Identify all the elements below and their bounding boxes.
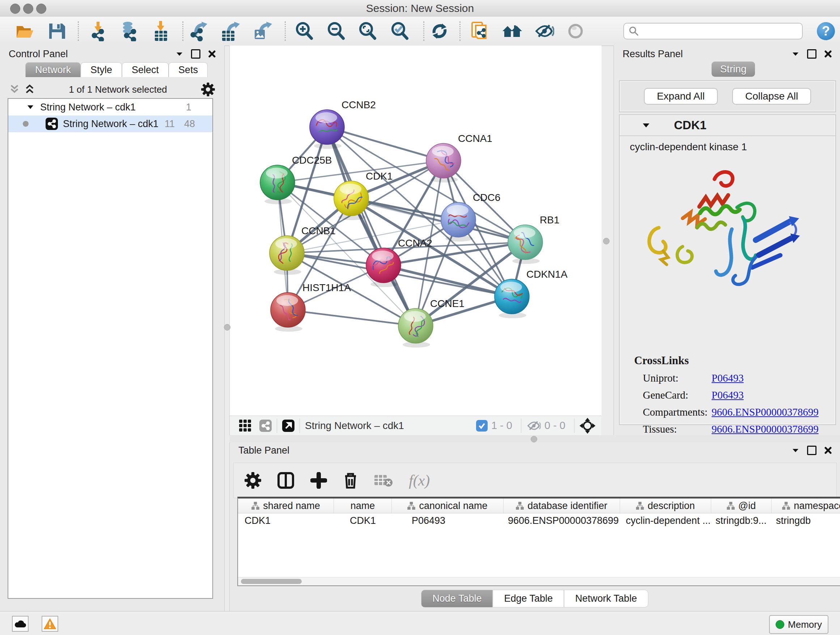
close-panel-icon[interactable] (824, 447, 832, 454)
panel-menu-icon[interactable] (792, 51, 799, 57)
network-node-label: CCNA1 (458, 133, 493, 144)
delete-table-icon (374, 473, 393, 488)
cloud-button[interactable] (12, 616, 28, 632)
grid-view-icon[interactable] (238, 419, 252, 432)
table-tabs: Node Table Edge Table Network Table (229, 590, 840, 608)
memory-button[interactable]: Memory (769, 615, 829, 634)
zoom-out-icon[interactable] (325, 19, 347, 43)
export-table-icon[interactable] (219, 19, 243, 43)
column-header: description (620, 499, 711, 513)
import-table-icon[interactable] (149, 19, 172, 43)
network-node-HIST1H1A[interactable]: HIST1H1A (271, 282, 351, 332)
crosslinks-section: CrossLinks Uniprot:P06493 GeneCard:P0649… (620, 354, 835, 452)
network-node-CCNA1[interactable]: CCNA1 (426, 133, 493, 182)
footer-separator (277, 418, 277, 433)
search-input[interactable] (623, 23, 803, 40)
panel-menu-icon[interactable] (176, 51, 183, 57)
node-result-header[interactable]: CDK1 (620, 115, 835, 136)
collapse-all-networks-icon[interactable] (9, 84, 19, 95)
collapse-all-button[interactable]: Collapse All (732, 88, 811, 105)
toolbar-separator (459, 21, 461, 41)
string-network-icon (46, 118, 58, 130)
network-node-label: CDC25B (292, 155, 332, 166)
tab-style[interactable]: Style (81, 62, 122, 77)
network-node-CCNB1[interactable]: CCNB1 (270, 225, 336, 275)
tab-string[interactable]: String (712, 62, 755, 77)
export-network-icon[interactable] (188, 19, 211, 43)
table-header-row: shared name name canonical name database… (238, 499, 840, 513)
network-row[interactable]: String Network – cdk1 11 48 (8, 116, 212, 132)
control-panel-title: Control Panel (9, 49, 68, 60)
collection-expand-icon[interactable] (27, 105, 34, 110)
network-canvas[interactable]: CCNB2CCNA1CDC25BCDK1CDC6RB1CCNB1CCNA2CDK… (230, 46, 602, 416)
network-node-RB1[interactable]: RB1 (508, 214, 559, 264)
network-collection-row[interactable]: String Network – cdk1 1 (8, 99, 212, 116)
tab-sets[interactable]: Sets (169, 62, 208, 77)
help-button[interactable]: ? (817, 22, 835, 40)
scrollbar-thumb[interactable] (241, 579, 302, 584)
save-session-icon[interactable] (45, 19, 68, 43)
create-column-plus-icon[interactable] (310, 472, 327, 489)
protein-structure-image (628, 162, 816, 303)
network-status-dot (23, 121, 28, 127)
warnings-button[interactable] (42, 616, 58, 632)
right-splitter-handle[interactable] (603, 238, 609, 244)
crosslink-compartments-link[interactable]: 9606.ENSP00000378699 (712, 406, 819, 418)
warning-icon (44, 618, 56, 629)
network-tree: String Network – cdk1 1 String Network –… (8, 98, 213, 599)
cloud-icon (14, 619, 27, 628)
export-image-icon[interactable] (251, 19, 274, 43)
tab-node-table[interactable]: Node Table (421, 590, 493, 608)
copy-network-style-icon[interactable] (469, 19, 492, 43)
refresh-icon[interactable] (428, 19, 451, 43)
column-header: namespace (772, 499, 840, 513)
table-horizontal-scrollbar[interactable] (238, 577, 840, 585)
left-splitter-handle[interactable] (224, 324, 231, 331)
table-row[interactable]: CDK1 CDK1 P06493 9606.ENSP00000378699 cy… (238, 513, 840, 528)
expand-all-networks-icon[interactable] (25, 84, 35, 95)
crosslink-tissues-link[interactable]: 9606.ENSP00000378699 (712, 423, 819, 435)
hidden-items-eye-icon[interactable] (526, 420, 541, 432)
toolbar-separator (423, 21, 424, 41)
float-panel-icon[interactable] (807, 49, 816, 59)
collapse-section-icon[interactable] (642, 122, 650, 128)
import-network-database-icon[interactable] (117, 19, 140, 43)
center-view-crosshair-icon[interactable] (579, 418, 595, 434)
network-node-CDKN1A[interactable]: CDKN1A (494, 269, 568, 318)
home-icon[interactable] (501, 19, 524, 43)
import-network-file-icon[interactable] (87, 19, 110, 43)
zoom-fit-icon[interactable] (356, 19, 379, 43)
expand-all-button[interactable]: Expand All (644, 88, 718, 105)
crosslink-uniprot-link[interactable]: P06493 (712, 372, 744, 384)
window-title: Session: New Session (0, 0, 840, 17)
tab-edge-table[interactable]: Edge Table (493, 590, 564, 608)
panel-menu-icon[interactable] (792, 448, 799, 453)
zoom-selected-icon[interactable] (388, 19, 411, 43)
network-view: CCNB2CCNA1CDC25BCDK1CDC6RB1CCNB1CCNA2CDK… (229, 46, 602, 416)
open-session-icon[interactable] (13, 19, 36, 43)
string-view-icon[interactable] (259, 420, 272, 432)
network-node-CCNE1[interactable]: CCNE1 (398, 298, 464, 348)
footer-separator (300, 418, 300, 433)
zoom-in-icon[interactable] (293, 19, 316, 43)
tab-select[interactable]: Select (122, 62, 169, 77)
delete-column-trash-icon[interactable] (343, 472, 358, 489)
float-panel-icon[interactable] (807, 446, 816, 455)
memory-status-dot (775, 620, 784, 629)
bottom-splitter-handle[interactable] (531, 436, 537, 442)
show-columns-icon[interactable] (277, 472, 294, 489)
network-options-gear-icon[interactable] (201, 82, 215, 96)
selected-nodes-checkbox-icon[interactable] (476, 420, 488, 432)
float-panel-icon[interactable] (191, 49, 201, 59)
close-panel-icon[interactable] (208, 50, 216, 57)
hide-panel-eye-icon[interactable] (532, 19, 556, 43)
node-table[interactable]: shared name name canonical name database… (237, 497, 840, 586)
tab-network[interactable]: Network (25, 62, 81, 77)
tab-network-table[interactable]: Network Table (564, 590, 648, 608)
birds-eye-view-icon[interactable] (282, 420, 294, 432)
crosslink-genecard-link[interactable]: P06493 (712, 389, 744, 401)
cytoscape-window: Session: New Session (0, 0, 840, 635)
table-options-gear-icon[interactable] (245, 472, 261, 489)
column-header: shared name (238, 499, 334, 513)
close-panel-icon[interactable] (824, 50, 832, 57)
